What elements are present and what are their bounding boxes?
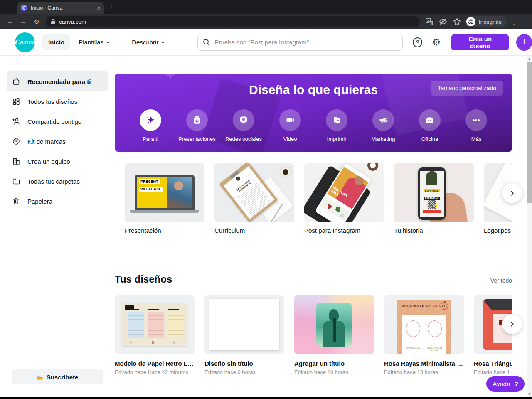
design-title: Agregar un título bbox=[294, 360, 374, 367]
chevron-down-icon bbox=[161, 40, 165, 44]
help-icon[interactable]: ? bbox=[413, 37, 422, 47]
design-card[interactable]: DECRIBETE EN UN GIF HUMOR ACTUAL BANDA S… bbox=[384, 295, 464, 391]
see-all-link[interactable]: Ver todo bbox=[490, 277, 512, 284]
sidebar-item-kit-marcas[interactable]: co. Kit de marcas bbox=[7, 131, 108, 151]
design-meta: Editado hace 13 horas bbox=[384, 369, 464, 375]
help-button[interactable]: Ayuda ? bbox=[486, 376, 525, 392]
new-tab-button[interactable]: + bbox=[109, 3, 113, 11]
category-presentaciones[interactable]: Presentaciones bbox=[174, 109, 220, 142]
template-card-logotipos[interactable]: Logotipos bbox=[484, 163, 512, 246]
close-tab-icon[interactable]: × bbox=[97, 5, 101, 11]
scrollbar-thumb[interactable] bbox=[527, 62, 532, 203]
category-redes-sociales[interactable]: Redes sociales bbox=[220, 109, 267, 142]
address-bar[interactable]: canva.com bbox=[46, 16, 420, 27]
hero-banner: Diseña lo que quieras Tamaño personaliza… bbox=[115, 74, 512, 152]
category-mas[interactable]: Más bbox=[453, 109, 500, 142]
browser-menu-icon[interactable]: ⋮ bbox=[511, 18, 517, 26]
category-oficina[interactable]: Oficina bbox=[406, 109, 453, 142]
design-card[interactable]: Agregar un título Editado hace 10 horas bbox=[294, 295, 374, 391]
template-caption: Presentación bbox=[125, 227, 204, 234]
category-para-ti[interactable]: Para ti bbox=[127, 109, 174, 142]
search-bar[interactable] bbox=[197, 34, 403, 51]
template-caption: Post para Instagram bbox=[304, 227, 384, 234]
search-icon bbox=[203, 39, 210, 46]
nav-inicio[interactable]: Inicio bbox=[42, 34, 70, 50]
gear-icon[interactable]: ⚙ bbox=[432, 37, 441, 48]
browser-tab-strip: C Inicio - Canva × + bbox=[0, 0, 532, 14]
print-cards-icon bbox=[326, 109, 347, 131]
sidebar-item-papelera[interactable]: Papelera bbox=[7, 191, 108, 211]
template-thumbnail: PRESENT WITH EASE bbox=[125, 163, 204, 222]
video-icon bbox=[279, 109, 301, 131]
app-header: Canva Inicio Plantillas Descubrir ? ⚙ Cr… bbox=[0, 29, 532, 56]
incognito-badge: Incognito bbox=[465, 16, 507, 27]
scroll-up-arrow[interactable] bbox=[528, 58, 531, 60]
presentation-icon bbox=[186, 109, 208, 131]
back-icon[interactable]: ← bbox=[3, 17, 17, 26]
category-row: Para ti Presentaciones bbox=[115, 109, 512, 142]
brand-kit-icon: co. bbox=[12, 137, 21, 146]
nav-descubrir[interactable]: Descubrir bbox=[126, 34, 171, 50]
chevron-down-icon bbox=[106, 40, 110, 44]
briefcase-icon bbox=[419, 109, 441, 131]
sidebar-item-carpetas[interactable]: Todas tus carpetas bbox=[7, 171, 108, 191]
eye-off-icon[interactable] bbox=[439, 18, 447, 25]
templates-next-button[interactable] bbox=[502, 183, 522, 203]
sparkle-icon bbox=[140, 109, 161, 131]
nav-plantillas[interactable]: Plantillas bbox=[73, 34, 116, 50]
category-marketing[interactable]: Marketing bbox=[360, 109, 406, 142]
forward-icon[interactable]: → bbox=[17, 17, 30, 26]
design-meta: Editado hace Hace 42 minutos bbox=[115, 369, 195, 375]
design-title: Modelo de Papel Retro Llu... bbox=[115, 360, 195, 367]
incognito-label: Incognito bbox=[479, 19, 502, 25]
design-title: Rosa Triángul bbox=[474, 360, 512, 367]
category-imprimir[interactable]: Imprimir bbox=[313, 109, 360, 142]
template-card-curriculum[interactable]: JACQUELINE THOMPSON Currículum bbox=[214, 163, 294, 246]
question-mark-icon: ? bbox=[515, 380, 518, 387]
bookmark-star-icon[interactable] bbox=[453, 18, 461, 25]
template-card-presentacion[interactable]: PRESENT WITH EASE Presentación bbox=[125, 163, 204, 246]
design-card[interactable]: Modelo de Papel Retro Llu... Editado hac… bbox=[115, 295, 195, 391]
designs-section-title: Tus diseños bbox=[115, 273, 172, 285]
shared-users-icon bbox=[12, 117, 21, 126]
chevron-right-icon bbox=[508, 320, 516, 328]
canva-favicon-icon: C bbox=[21, 5, 27, 11]
folder-icon bbox=[12, 177, 21, 186]
crown-icon bbox=[37, 374, 43, 380]
design-card[interactable]: Diseño sin título Editado hace 6 horas bbox=[204, 295, 284, 391]
sidebar-item-todos-disenos[interactable]: Todos tus diseños bbox=[7, 91, 108, 111]
design-thumbnail bbox=[115, 295, 195, 354]
tab-title: Inicio - Canva bbox=[31, 5, 94, 11]
category-video[interactable]: Video bbox=[267, 109, 313, 142]
megaphone-icon bbox=[372, 109, 394, 131]
avatar[interactable]: I bbox=[516, 34, 532, 51]
bottom-edge bbox=[0, 397, 532, 399]
main-content: Diseña lo que quieras Tamaño personaliza… bbox=[115, 56, 527, 397]
chevron-right-icon bbox=[508, 189, 516, 197]
custom-size-button[interactable]: Tamaño personalizado bbox=[431, 81, 503, 96]
home-icon bbox=[12, 77, 21, 86]
translate-icon[interactable]: A 文 bbox=[426, 18, 433, 25]
reload-icon[interactable]: ↻ bbox=[30, 18, 43, 26]
scroll-down-arrow[interactable] bbox=[528, 393, 531, 395]
sidebar-item-compartido[interactable]: Compartido contigo bbox=[7, 111, 108, 131]
template-card-tu-historia[interactable]: SURPRISE BIRTHDAY SALE Tu historia bbox=[394, 163, 474, 246]
template-thumbnail: SURPRISE BIRTHDAY SALE bbox=[394, 163, 474, 222]
template-caption: Currículum bbox=[214, 227, 294, 234]
search-input[interactable] bbox=[214, 39, 397, 46]
template-card-post-instagram[interactable]: MID-YEAR SALE Post para Instagram bbox=[304, 163, 384, 246]
designs-next-button[interactable] bbox=[502, 314, 522, 334]
design-meta: Editado hace 10 horas bbox=[294, 369, 374, 375]
browser-tab[interactable]: C Inicio - Canva × bbox=[17, 2, 104, 14]
designs-carousel: Modelo de Papel Retro Llu... Editado hac… bbox=[115, 295, 512, 391]
canva-logo[interactable]: Canva bbox=[15, 32, 35, 52]
design-title: Rosa Rayas Minimalista GI... bbox=[384, 360, 464, 367]
template-caption: Tu historia bbox=[394, 227, 474, 234]
subscribe-button[interactable]: Suscríbete bbox=[12, 369, 103, 384]
sidebar-item-crea-equipo[interactable]: Crea un equipo bbox=[7, 151, 108, 171]
create-design-button[interactable]: Crea un diseño bbox=[451, 34, 509, 50]
page-scrollbar[interactable] bbox=[527, 56, 532, 397]
design-thumbnail: DECRIBETE EN UN GIF HUMOR ACTUAL BANDA S… bbox=[384, 295, 464, 354]
sidebar-item-recomendado[interactable]: Recomendado para ti bbox=[7, 71, 108, 91]
template-carousel: PRESENT WITH EASE Presentación JACQUELIN… bbox=[115, 163, 512, 246]
